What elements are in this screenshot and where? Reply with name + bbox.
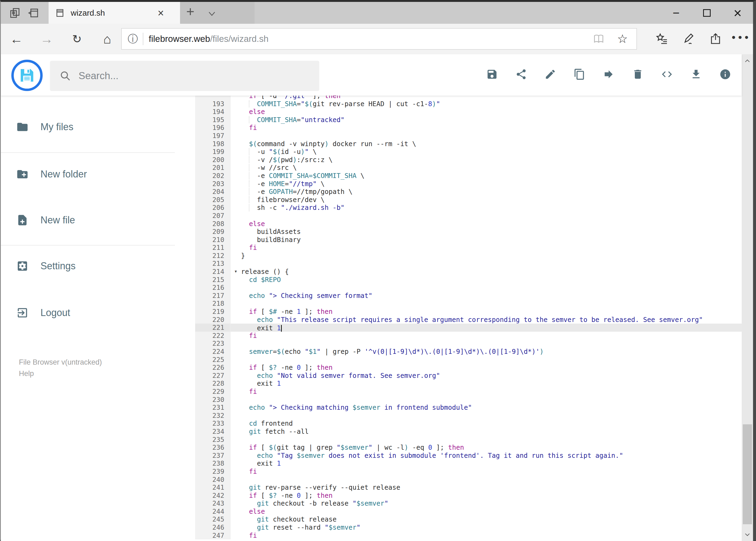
search-box[interactable] — [50, 61, 319, 91]
code-text[interactable]: exit 1 — [241, 379, 742, 387]
tab-close-icon[interactable]: × — [157, 8, 164, 18]
home-icon[interactable]: ⌂ — [95, 24, 119, 54]
hub-icon[interactable] — [655, 32, 668, 45]
code-text[interactable] — [241, 356, 742, 364]
browser-tab[interactable]: wizard.sh × — [49, 2, 180, 24]
page-scrollbar[interactable] — [742, 54, 753, 541]
close-icon[interactable]: × — [722, 2, 753, 24]
code-text[interactable]: echo "This release script requires a sin… — [241, 316, 742, 324]
code-text[interactable]: git checkout -b release "$semver" — [241, 499, 742, 507]
code-text[interactable]: fi — [241, 124, 742, 132]
code-text[interactable]: else — [241, 108, 742, 116]
code-text[interactable] — [241, 260, 742, 268]
code-text[interactable] — [241, 283, 742, 292]
code-text[interactable]: $(command -v winpty) docker run --rm -it… — [241, 140, 742, 148]
back-icon[interactable]: ← — [4, 24, 29, 54]
copy-button[interactable] — [574, 68, 586, 80]
code-text[interactable] — [241, 476, 742, 484]
site-info-icon[interactable]: ⓘ — [127, 32, 138, 46]
scrollbar-thumb[interactable] — [743, 424, 752, 524]
code-text[interactable] — [241, 339, 742, 347]
code-text[interactable]: buildAssets — [241, 228, 742, 236]
code-text[interactable]: git fetch --all — [241, 427, 742, 436]
code-text[interactable]: if [ $? -ne 0 ]; then — [241, 492, 742, 500]
code-text[interactable]: echo "Not valid semver format. See semve… — [241, 372, 742, 380]
code-text[interactable]: } — [241, 252, 742, 260]
code-text[interactable]: else — [241, 220, 742, 228]
code-text[interactable]: -w //src \ — [241, 164, 742, 172]
code-text[interactable] — [241, 412, 742, 420]
fold-arrow-icon[interactable]: ▾ — [234, 268, 237, 274]
code-text[interactable]: if [ $? -ne 0 ]; then — [241, 363, 742, 372]
code-text[interactable]: if [ $(git tag | grep "$semver" | wc -l)… — [241, 443, 742, 452]
code-text[interactable]: COMMIT_SHA="untracked" — [241, 116, 742, 124]
code-editor[interactable]: if [ -d "/.git" ]; then193 COMMIT_SHA="$… — [195, 96, 742, 541]
code-text[interactable] — [241, 396, 742, 404]
code-text[interactable]: else — [241, 507, 742, 516]
code-text[interactable]: semver=$(echo "$1" | grep -P '^v(0|[1-9]… — [241, 347, 742, 356]
new-tab-icon[interactable]: + — [186, 4, 194, 20]
code-text[interactable]: filebrowser/dev \ — [241, 196, 742, 204]
more-options-icon[interactable]: ••• — [732, 31, 751, 44]
code-text[interactable]: git rev-parse --verify --quiet release — [241, 483, 742, 492]
scroll-up-icon[interactable] — [742, 55, 753, 67]
maximize-icon[interactable] — [691, 2, 722, 24]
delete-button[interactable] — [632, 68, 644, 80]
code-text[interactable]: fi — [241, 332, 742, 340]
code-text[interactable] — [241, 436, 742, 444]
share-button[interactable] — [515, 68, 527, 80]
code-text[interactable]: git checkout release — [241, 515, 742, 523]
download-button[interactable] — [690, 68, 702, 80]
code-text[interactable]: sh -c "./wizard.sh -b" — [241, 204, 742, 212]
refresh-icon[interactable]: ↻ — [65, 24, 89, 54]
code-text[interactable]: echo "> Checking matching $semver in fro… — [241, 403, 742, 412]
move-button[interactable] — [603, 68, 615, 80]
info-button[interactable] — [719, 68, 731, 80]
code-text[interactable]: fi — [241, 244, 742, 252]
code-text[interactable]: git reset --hard "$semver" — [241, 523, 742, 532]
code-text[interactable]: if [ -d "/.git" ]; then — [241, 96, 742, 100]
sidebar-item-my-files[interactable]: My files — [1, 117, 179, 137]
address-bar[interactable]: ⓘ filebrowser.web/files/wizard.sh ☆ — [121, 28, 637, 50]
code-text[interactable]: exit 1 — [241, 323, 742, 332]
tab-list-chevron-icon[interactable] — [207, 9, 217, 19]
save-button[interactable] — [486, 68, 498, 80]
code-text[interactable]: echo "Tag $semver does not exist in subm… — [241, 452, 742, 460]
code-text[interactable] — [241, 212, 742, 220]
code-text[interactable]: echo "> Checking semver format" — [241, 292, 742, 300]
code-text[interactable]: fi — [241, 532, 742, 540]
sidebar-item-new-file[interactable]: New file — [1, 210, 179, 231]
tabs-preview-icon[interactable] — [27, 7, 39, 19]
code-text[interactable]: -e GOPATH=//tmp/gopath \ — [241, 188, 742, 196]
code-text[interactable]: -e COMMIT_SHA=$COMMIT_SHA \ — [241, 172, 742, 180]
url-text[interactable]: filebrowser.web/files/wizard.sh — [149, 34, 593, 44]
code-text[interactable]: fi — [241, 467, 742, 476]
help-link[interactable]: Help — [19, 369, 34, 378]
favorite-star-icon[interactable]: ☆ — [617, 33, 628, 45]
code-text[interactable]: exit 1 — [241, 459, 742, 467]
share-icon[interactable] — [709, 32, 722, 45]
sidebar-item-logout[interactable]: Logout — [1, 302, 179, 323]
code-text[interactable]: -v /$(pwd):/src:z \ — [241, 156, 742, 164]
code-text[interactable]: fi — [241, 387, 742, 396]
code-text[interactable]: COMMIT_SHA="$(git rev-parse HEAD | cut -… — [241, 100, 742, 108]
code-text[interactable] — [241, 132, 742, 140]
code-text[interactable]: -e HOME="//tmp" \ — [241, 180, 742, 188]
code-text[interactable]: -u "$(id -u)" \ — [241, 148, 742, 156]
forward-icon[interactable]: → — [35, 24, 59, 54]
sidebar-item-new-folder[interactable]: New folder — [1, 164, 179, 185]
code-text[interactable]: buildBinary — [241, 236, 742, 244]
minimize-icon[interactable]: − — [661, 2, 691, 24]
code-text[interactable]: if [ $# -ne 1 ]; then — [241, 307, 742, 316]
code-text[interactable]: release () { — [241, 268, 742, 276]
code-text[interactable] — [241, 299, 742, 307]
scroll-down-icon[interactable] — [742, 529, 753, 540]
tabs-set-aside-icon[interactable] — [9, 7, 21, 19]
search-input[interactable] — [79, 70, 300, 82]
edit-button[interactable] — [544, 68, 556, 80]
code-text[interactable]: cd frontend — [241, 419, 742, 427]
sidebar-item-settings[interactable]: Settings — [1, 256, 179, 276]
filebrowser-logo[interactable] — [11, 60, 43, 91]
code-button[interactable] — [661, 68, 673, 80]
code-text[interactable]: cd $REPO — [241, 276, 742, 284]
